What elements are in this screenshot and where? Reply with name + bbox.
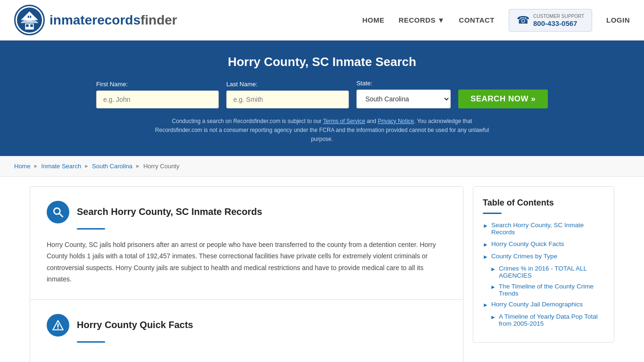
toc-sub-arrow-2: ►: [490, 284, 496, 290]
privacy-link[interactable]: Privacy Notice: [378, 118, 414, 124]
breadcrumb-sep-1: ►: [33, 163, 39, 169]
section2-divider: [77, 341, 105, 343]
first-name-label: First Name:: [96, 81, 219, 88]
main-container: Search Horry County, SC Inmate Records H…: [20, 186, 624, 362]
nav-home[interactable]: HOME: [362, 16, 384, 24]
toc-arrow-4: ►: [483, 302, 488, 308]
svg-rect-3: [30, 25, 33, 27]
svg-rect-11: [21, 22, 38, 23]
first-name-group: First Name:: [96, 81, 219, 108]
toc-link-4[interactable]: ► Horry County Jail Demographics: [483, 301, 604, 308]
state-label: State:: [356, 80, 451, 87]
section1-header: Search Horry County, SC Inmate Records: [47, 201, 446, 223]
state-group: State: South Carolina: [356, 80, 451, 108]
headset-icon: ☎: [517, 14, 529, 26]
content-main: Search Horry County, SC Inmate Records H…: [30, 186, 463, 362]
breadcrumb-current: Horry County: [143, 163, 180, 170]
section1-divider: [77, 228, 105, 230]
svg-point-16: [58, 328, 59, 329]
banner-title: Horry County, SC Inmate Search: [9, 55, 635, 69]
nav-login[interactable]: LOGIN: [606, 16, 630, 24]
main-nav: HOME RECORDS ▼ CONTACT ☎ CUSTOMER SUPPOR…: [362, 9, 630, 32]
svg-line-13: [59, 214, 63, 217]
section1-body: Horry County, SC jails hold prisoners af…: [47, 239, 446, 285]
search-button[interactable]: SEARCH NOW »: [458, 90, 548, 108]
svg-rect-2: [26, 25, 29, 27]
toc-sublink-1[interactable]: ► Crimes % in 2016 - TOTAL ALL AGENCIES: [490, 265, 604, 279]
toc-label-4: Horry County Jail Demographics: [491, 301, 583, 308]
support-info: CUSTOMER SUPPORT 800-433-0567: [533, 13, 584, 27]
last-name-label: Last Name:: [226, 81, 349, 88]
svg-rect-9: [23, 20, 36, 21]
toc-arrow-2: ►: [483, 241, 488, 248]
toc-sublink-3[interactable]: ► A Timeline of Yearly Data Pop Total fr…: [490, 313, 604, 327]
search-section-icon: [47, 201, 69, 223]
toc-label-3: County Crimes by Type: [491, 253, 557, 260]
toc-sublist-2: ► A Timeline of Yearly Data Pop Total fr…: [483, 313, 604, 327]
disclaimer-text: Conducting a search on Recordsfinder.com…: [152, 117, 492, 144]
nav-records[interactable]: RECORDS ▼: [398, 16, 445, 24]
toc-title: Table of Contents: [483, 198, 604, 208]
section2-title: Horry County Quick Facts: [77, 320, 193, 330]
breadcrumb-south-carolina[interactable]: South Carolina: [92, 163, 132, 170]
logo-text: inmaterecordsfinder: [50, 13, 177, 28]
logo-main-text: inmaterecords: [50, 13, 140, 27]
breadcrumb-inmate-search[interactable]: Inmate Search: [41, 163, 82, 170]
support-phone: 800-433-0567: [533, 19, 584, 27]
toc-sublabel-1: Crimes % in 2016 - TOTAL ALL AGENCIES: [499, 265, 604, 279]
customer-support-box: ☎ CUSTOMER SUPPORT 800-433-0567: [509, 9, 592, 32]
site-header: inmaterecordsfinder HOME RECORDS ▼ CONTA…: [0, 0, 644, 41]
toc-item-1: ► Search Horry County, SC Inmate Records: [483, 222, 604, 236]
toc-sublabel-2: The Timeline of the County Crime Trends: [499, 283, 604, 297]
toc-subitem-3: ► A Timeline of Yearly Data Pop Total fr…: [490, 313, 604, 327]
breadcrumb-sep-2: ►: [84, 163, 89, 169]
toc-sublink-2[interactable]: ► The Timeline of the County Crime Trend…: [490, 283, 604, 297]
toc-item-2: ► Horry County Quick Facts: [483, 240, 604, 248]
toc-item-3: ► County Crimes by Type: [483, 253, 604, 260]
logo-area: inmaterecordsfinder: [14, 5, 177, 35]
search-form: First Name: Last Name: State: South Caro…: [9, 80, 635, 108]
logo-icon: [14, 5, 45, 35]
svg-rect-8: [25, 19, 35, 21]
toc-list: ► Search Horry County, SC Inmate Records…: [483, 222, 604, 327]
logo-bold-text: finder: [140, 13, 177, 27]
breadcrumb-home[interactable]: Home: [14, 163, 31, 170]
toc-arrow-3: ►: [483, 254, 488, 260]
toc-label-2: Horry County Quick Facts: [491, 240, 564, 247]
toc-sublabel-3: A Timeline of Yearly Data Pop Total from…: [499, 313, 604, 327]
search-banner: Horry County, SC Inmate Search First Nam…: [0, 41, 644, 156]
sidebar-toc: Table of Contents ► Search Horry County,…: [473, 186, 614, 343]
state-select[interactable]: South Carolina: [356, 90, 451, 108]
breadcrumb: Home ► Inmate Search ► South Carolina ► …: [0, 156, 644, 177]
toc-divider: [483, 213, 502, 214]
section2-header: Horry County Quick Facts: [47, 314, 446, 337]
toc-sub-arrow-3: ►: [490, 314, 496, 321]
toc-link-2[interactable]: ► Horry County Quick Facts: [483, 240, 604, 248]
chevron-down-icon: ▼: [438, 16, 445, 24]
support-label: CUSTOMER SUPPORT: [533, 13, 584, 19]
toc-link-1[interactable]: ► Search Horry County, SC Inmate Records: [483, 222, 604, 236]
svg-rect-10: [22, 21, 37, 22]
toc-sub-arrow-1: ►: [490, 266, 496, 272]
toc-arrow-1: ►: [483, 222, 488, 229]
toc-label-1: Search Horry County, SC Inmate Records: [491, 222, 604, 236]
toc-subitem-2: ► The Timeline of the County Crime Trend…: [490, 283, 604, 297]
alert-section-icon: [47, 314, 69, 337]
toc-link-3[interactable]: ► County Crimes by Type: [483, 253, 604, 260]
toc-item-4: ► Horry County Jail Demographics: [483, 301, 604, 308]
section-separator: [30, 299, 463, 300]
nav-records-label: RECORDS: [398, 16, 436, 24]
last-name-group: Last Name:: [226, 81, 349, 108]
svg-rect-7: [30, 16, 31, 18]
terms-link[interactable]: Terms of Service: [323, 118, 365, 124]
svg-rect-6: [28, 16, 29, 18]
first-name-input[interactable]: [96, 90, 219, 108]
toc-sublist: ► Crimes % in 2016 - TOTAL ALL AGENCIES …: [483, 265, 604, 297]
breadcrumb-sep-3: ►: [135, 163, 140, 169]
nav-contact[interactable]: CONTACT: [459, 16, 495, 24]
section1-title: Search Horry County, SC Inmate Records: [77, 206, 262, 217]
toc-subitem-1: ► Crimes % in 2016 - TOTAL ALL AGENCIES: [490, 265, 604, 279]
last-name-input[interactable]: [226, 90, 349, 108]
